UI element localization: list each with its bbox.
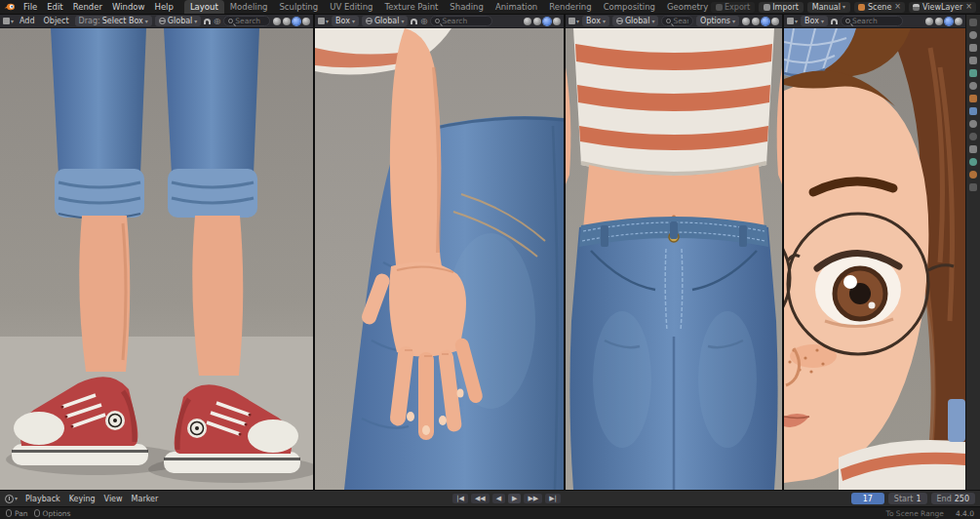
tab-compositing[interactable]: Compositing	[598, 0, 661, 14]
physics-properties-icon[interactable]	[969, 133, 977, 140]
viewport-3-canvas[interactable]	[566, 28, 782, 490]
tab-rendering[interactable]: Rendering	[543, 0, 597, 14]
rendered-shading-icon[interactable]	[955, 18, 962, 25]
snap-magnet-icon[interactable]	[411, 19, 417, 24]
viewport-2-header: ▾ Box ▾ Global ▾ ◎	[315, 15, 564, 28]
menu-render[interactable]: Render	[68, 2, 107, 12]
object-data-properties-icon[interactable]	[969, 158, 977, 166]
search-input[interactable]	[235, 17, 265, 25]
solid-shading-icon[interactable]	[752, 18, 760, 25]
editor-type-icon[interactable]: ▾	[318, 18, 329, 24]
object-properties-icon[interactable]	[969, 95, 977, 102]
constraints-properties-icon[interactable]	[969, 145, 977, 153]
viewlayer-remove-icon[interactable]: ×	[965, 3, 972, 11]
tool-properties-icon[interactable]	[969, 19, 977, 26]
playback-menu[interactable]: Playback	[21, 495, 64, 503]
options-dropdown[interactable]: Options ▾	[696, 16, 739, 26]
object-menu[interactable]: Object	[41, 17, 72, 25]
view-menu[interactable]: View	[100, 495, 127, 503]
jump-to-end-button[interactable]: ▶|	[545, 494, 561, 503]
material-preview-icon[interactable]	[945, 18, 953, 25]
search-input[interactable]	[673, 17, 688, 25]
proportional-editing-icon[interactable]: ◎	[420, 17, 427, 25]
tab-uv-editing[interactable]: UV Editing	[324, 0, 378, 14]
end-frame-field[interactable]: End 250	[931, 493, 975, 504]
proportional-editing-icon[interactable]: ◎	[214, 17, 220, 25]
solid-shading-icon[interactable]	[283, 18, 291, 25]
viewport-4-canvas-wrap	[784, 28, 965, 490]
manual-button[interactable]: Manual▾	[807, 2, 850, 13]
snap-magnet-icon[interactable]	[204, 19, 211, 24]
menu-help[interactable]: Help	[149, 2, 177, 12]
modifier-properties-icon[interactable]	[969, 107, 977, 115]
marker-menu[interactable]: Marker	[128, 495, 163, 503]
snap-magnet-icon[interactable]	[831, 19, 838, 24]
render-properties-icon[interactable]	[969, 31, 977, 39]
scene-selector[interactable]: Scene ×	[854, 2, 905, 13]
start-frame-field[interactable]: Start 1	[888, 493, 927, 504]
viewport-4-canvas[interactable]	[784, 28, 965, 490]
tab-shading[interactable]: Shading	[444, 0, 490, 14]
tab-animation[interactable]: Animation	[490, 0, 543, 14]
search-input[interactable]	[442, 17, 488, 25]
orientation-dropdown[interactable]: Global ▾	[155, 16, 202, 26]
wireframe-shading-icon[interactable]	[742, 18, 750, 25]
orientation-dropdown[interactable]: Global ▾	[612, 16, 659, 26]
editor-type-icon[interactable]: ▾	[568, 18, 579, 24]
add-menu[interactable]: Add	[17, 17, 38, 25]
editor-type-icon[interactable]: ▾	[3, 18, 14, 24]
rendered-shading-icon[interactable]	[302, 18, 310, 25]
wireframe-shading-icon[interactable]	[273, 18, 281, 25]
frame-range-fields: 17 Start 1 End 250	[851, 493, 975, 504]
play-reverse-button[interactable]: ◀	[492, 494, 505, 503]
menu-file[interactable]: File	[19, 2, 42, 12]
rendered-shading-icon[interactable]	[771, 18, 779, 25]
active-tool-dropdown[interactable]: Box ▾	[332, 16, 359, 26]
material-properties-icon[interactable]	[969, 171, 977, 179]
active-tool-dropdown[interactable]: Box ▾	[801, 16, 828, 26]
menu-window[interactable]: Window	[107, 2, 150, 12]
editor-type-icon[interactable]: ▾	[787, 18, 798, 24]
solid-shading-icon[interactable]	[935, 18, 943, 25]
tab-sculpting[interactable]: Sculpting	[273, 0, 324, 14]
blender-logo-icon[interactable]	[4, 2, 16, 12]
viewport-2-canvas[interactable]	[315, 28, 564, 490]
viewport-1-canvas[interactable]	[0, 28, 313, 490]
wireframe-shading-icon[interactable]	[524, 18, 531, 25]
rendered-shading-icon[interactable]	[553, 18, 561, 25]
keying-menu[interactable]: Keying	[65, 495, 99, 503]
tab-texture-paint[interactable]: Texture Paint	[379, 0, 445, 14]
next-keyframe-button[interactable]: ▶▶	[524, 494, 542, 503]
viewlayer-selector[interactable]: ViewLayer ×	[909, 2, 976, 13]
timeline-editor-type-icon[interactable]: ▾	[5, 495, 18, 503]
active-tool-dropdown[interactable]: Drag: Select Box ▾	[75, 16, 152, 26]
particles-properties-icon[interactable]	[969, 120, 977, 128]
previous-keyframe-button[interactable]: ◀◀	[471, 494, 490, 503]
current-frame-field[interactable]: 17	[851, 493, 884, 504]
texture-properties-icon[interactable]	[969, 183, 977, 191]
world-properties-icon[interactable]	[969, 82, 977, 90]
tab-modeling[interactable]: Modeling	[224, 0, 274, 14]
menu-edit[interactable]: Edit	[42, 2, 67, 12]
orientation-dropdown[interactable]: Global ▾	[362, 16, 409, 26]
solid-shading-icon[interactable]	[533, 18, 541, 25]
tab-geometry-nodes[interactable]: Geometry Nodes	[661, 0, 711, 14]
wireframe-shading-icon[interactable]	[925, 18, 933, 25]
search-input[interactable]	[852, 17, 898, 25]
scene-unlink-icon[interactable]: ×	[894, 3, 901, 11]
output-properties-icon[interactable]	[969, 44, 977, 52]
material-preview-icon[interactable]	[293, 18, 300, 25]
jump-to-start-button[interactable]: |◀	[452, 494, 468, 503]
import-button[interactable]: Import	[759, 2, 804, 13]
chevron-down-icon: ▾	[821, 19, 824, 24]
tab-layout[interactable]: Layout	[184, 0, 224, 14]
view-layer-properties-icon[interactable]	[969, 57, 977, 64]
plaid-scrunchie	[948, 399, 965, 442]
material-preview-icon[interactable]	[762, 18, 769, 25]
play-button[interactable]: ▶	[508, 494, 521, 503]
material-preview-icon[interactable]	[543, 18, 551, 25]
pan-label: Pan	[15, 509, 28, 518]
scene-properties-icon[interactable]	[969, 69, 977, 77]
export-button[interactable]: Export	[711, 2, 755, 13]
active-tool-dropdown[interactable]: Box ▾	[582, 16, 609, 26]
